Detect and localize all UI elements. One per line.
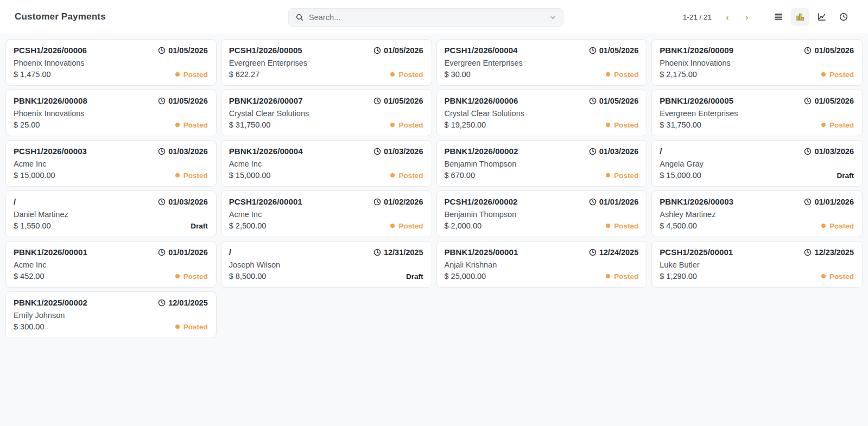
payment-amount: $ 1,550.00 (14, 221, 51, 230)
payment-amount: $ 19,250.00 (445, 120, 486, 129)
status-badge: Posted (821, 272, 854, 281)
clock-icon (158, 148, 166, 155)
payment-amount: $ 25,000.00 (445, 272, 486, 281)
status-dot-icon (821, 224, 826, 228)
status-dot-icon (390, 72, 395, 77)
payment-card[interactable]: PBNK1/2026/00006 01/05/2026 Crystal Clea… (436, 90, 648, 136)
list-view-icon[interactable] (769, 8, 788, 26)
page-title: Customer Payments (15, 11, 106, 22)
activity-clock-view-icon[interactable] (834, 8, 853, 26)
payment-reference: PCSH1/2026/00005 (229, 46, 302, 55)
payment-amount: $ 670.00 (445, 171, 475, 180)
payment-card[interactable]: PCSH1/2025/00001 12/23/2025 Luke Butler … (651, 241, 863, 288)
pager-next-button[interactable]: › (740, 10, 754, 24)
payment-amount: $ 2,000.00 (445, 221, 482, 230)
status-badge: Posted (606, 272, 638, 281)
customer-name: Benjamin Thompson (445, 210, 639, 219)
payment-date: 01/05/2026 (158, 97, 208, 105)
payment-reference: PCSH1/2026/00001 (229, 197, 302, 206)
status-dot-icon (390, 224, 395, 228)
payment-card[interactable]: PBNK1/2026/00001 01/01/2026 Acme Inc $ 4… (5, 241, 217, 288)
clock-icon (158, 299, 166, 307)
payment-amount: $ 25.00 (14, 120, 40, 129)
payment-reference: PBNK1/2025/00002 (14, 298, 87, 307)
clock-icon (589, 198, 597, 206)
status-dot-icon (175, 274, 180, 278)
clock-icon (589, 97, 597, 105)
payment-reference: PBNK1/2026/00007 (229, 96, 303, 105)
payment-date: 01/05/2026 (589, 97, 639, 105)
status-badge: Posted (606, 71, 638, 79)
payment-amount: $ 15,000.00 (660, 171, 701, 180)
payment-card[interactable]: PBNK1/2026/00008 01/05/2026 Phoenix Inno… (5, 90, 217, 136)
status-dot-icon (821, 72, 826, 77)
status-dot-icon (606, 224, 610, 228)
search-input[interactable] (309, 13, 544, 22)
payments-card-grid: PCSH1/2026/00006 01/05/2026 Phoenix Inno… (0, 34, 868, 343)
clock-icon (373, 198, 381, 206)
payment-card[interactable]: PBNK1/2026/00009 01/05/2026 Phoenix Inno… (651, 39, 863, 86)
clock-icon (804, 97, 812, 105)
payment-card[interactable]: PBNK1/2026/00003 01/01/2026 Ashley Marti… (651, 190, 863, 237)
payment-date: 01/05/2026 (158, 46, 208, 55)
chevron-down-icon[interactable] (549, 14, 556, 21)
payment-card[interactable]: PCSH1/2026/00002 01/01/2026 Benjamin Tho… (436, 190, 648, 237)
payment-date: 12/24/2025 (589, 248, 639, 257)
clock-icon (373, 47, 381, 54)
payment-reference: PCSH1/2026/00004 (445, 46, 518, 55)
status-badge: Posted (606, 222, 638, 230)
payment-date: 01/05/2026 (589, 46, 639, 55)
payment-card[interactable]: PBNK1/2025/00002 12/01/2025 Emily Johnso… (5, 291, 217, 338)
payment-card[interactable]: PBNK1/2026/00004 01/03/2026 Acme Inc $ 1… (221, 140, 432, 187)
status-badge: Posted (390, 71, 423, 79)
payment-card[interactable]: PCSH1/2026/00003 01/03/2026 Acme Inc $ 1… (5, 140, 217, 187)
payment-card[interactable]: PCSH1/2026/00001 01/02/2026 Acme Inc $ 2… (221, 190, 432, 237)
payment-amount: $ 1,290.00 (660, 272, 697, 281)
payment-reference: PBNK1/2026/00006 (445, 96, 518, 105)
payment-card[interactable]: PBNK1/2026/00005 01/05/2026 Evergreen En… (651, 90, 863, 136)
customer-name: Crystal Clear Solutions (229, 109, 423, 118)
payment-reference: PBNK1/2026/00003 (660, 197, 733, 206)
clock-icon (158, 47, 166, 54)
status-dot-icon (175, 173, 180, 177)
clock-icon (804, 249, 812, 256)
line-chart-view-icon[interactable] (813, 8, 831, 26)
clock-icon (589, 47, 597, 54)
payment-card[interactable]: PCSH1/2026/00004 01/05/2026 Evergreen En… (436, 39, 648, 86)
payment-reference: / (229, 247, 231, 257)
payment-card[interactable]: PBNK1/2026/00007 01/05/2026 Crystal Clea… (221, 90, 432, 136)
view-switcher (769, 8, 853, 26)
payment-card[interactable]: PCSH1/2026/00006 01/05/2026 Phoenix Inno… (5, 39, 217, 86)
clock-icon (373, 249, 381, 256)
kanban-view-icon[interactable] (791, 8, 809, 26)
payment-card[interactable]: / 01/03/2026 Daniel Martinez $ 1,550.00 … (5, 190, 217, 237)
clock-icon (158, 198, 166, 206)
status-badge: Posted (390, 121, 423, 129)
payment-date: 01/03/2026 (589, 147, 639, 156)
status-badge: Posted (390, 222, 423, 230)
payment-reference: PBNK1/2025/00001 (445, 247, 518, 257)
payment-card[interactable]: / 12/31/2025 Joseph Wilson $ 8,500.00 Dr… (221, 241, 432, 288)
payment-date: 01/01/2026 (158, 248, 208, 257)
payment-date: 01/05/2026 (804, 97, 854, 105)
payment-card[interactable]: PBNK1/2026/00002 01/03/2026 Benjamin Tho… (436, 140, 648, 187)
payment-reference: / (14, 197, 16, 206)
search-bar[interactable] (288, 8, 563, 27)
status-badge: Posted (175, 323, 208, 331)
customer-name: Acme Inc (229, 210, 423, 219)
payment-date: 01/03/2026 (158, 147, 208, 156)
clock-icon (804, 148, 812, 155)
customer-name: Emily Johnson (14, 311, 208, 320)
pager-prev-button[interactable]: ‹ (720, 10, 734, 24)
payment-date: 01/01/2026 (589, 198, 639, 206)
payment-amount: $ 31,750.00 (660, 120, 701, 129)
payment-card[interactable]: PBNK1/2025/00001 12/24/2025 Anjali Krish… (436, 241, 648, 288)
payment-card[interactable]: PCSH1/2026/00005 01/05/2026 Evergreen En… (221, 39, 432, 86)
search-icon (295, 13, 304, 22)
status-dot-icon (175, 325, 180, 329)
customer-name: Acme Inc (229, 160, 423, 168)
customer-name: Daniel Martinez (14, 210, 208, 219)
clock-icon (589, 249, 597, 256)
payment-card[interactable]: / 01/03/2026 Angela Gray $ 15,000.00 Dra… (651, 140, 863, 187)
status-dot-icon (175, 72, 180, 77)
